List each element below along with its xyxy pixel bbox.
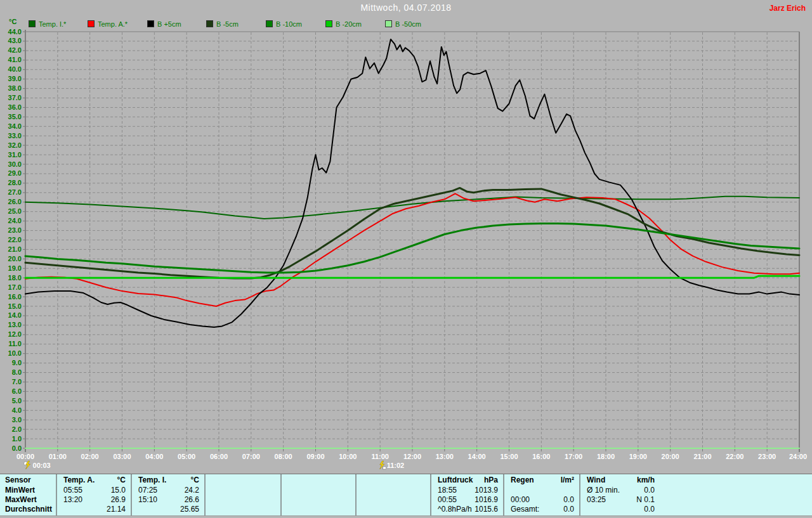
x-tick-label: 22:00 bbox=[721, 453, 749, 460]
table-value: 0.0 bbox=[563, 505, 574, 514]
legend-item-b--10cm: B -10cm bbox=[266, 20, 302, 28]
y-tick-label: 35.0 bbox=[1, 113, 22, 120]
table-value: 24.2 bbox=[185, 486, 199, 495]
y-tick-label: 0.0 bbox=[1, 445, 22, 452]
table-value: 21.14 bbox=[107, 505, 126, 514]
table-column-empty bbox=[355, 474, 430, 516]
y-tick-label: 23.0 bbox=[1, 227, 22, 234]
x-tick-label: 00:00 bbox=[11, 453, 39, 460]
y-tick-label: 37.0 bbox=[1, 94, 22, 101]
y-tick-label: 6.0 bbox=[1, 388, 22, 395]
table-column-empty bbox=[204, 474, 280, 516]
y-tick-label: 18.0 bbox=[1, 275, 22, 282]
chart-plot-area[interactable] bbox=[0, 0, 812, 518]
table-value: 15.0 bbox=[111, 486, 126, 495]
footer-strip bbox=[0, 515, 812, 518]
y-tick-label: 4.0 bbox=[1, 407, 22, 414]
legend-swatch bbox=[88, 20, 95, 27]
y-tick-label: 3.0 bbox=[1, 417, 22, 424]
table-label: 03:25 bbox=[587, 496, 606, 504]
table-label: Wind bbox=[587, 476, 605, 484]
table-label: Temp. I. bbox=[138, 476, 166, 484]
y-tick-label: 28.0 bbox=[1, 179, 22, 186]
x-tick-label: 17:00 bbox=[560, 453, 587, 460]
table-value: 0.0 bbox=[563, 496, 574, 504]
y-tick-label: 16.0 bbox=[1, 294, 22, 301]
y-tick-label: 31.0 bbox=[1, 152, 22, 159]
table-label: Luftdruck bbox=[438, 476, 473, 484]
y-tick-label: 44.0 bbox=[1, 29, 22, 36]
table-label: Regen bbox=[511, 476, 534, 484]
table-column-empty bbox=[280, 474, 355, 516]
y-tick-label: 10.0 bbox=[1, 350, 22, 357]
table-column-temp-i-: Temp. I.°C07:2524.215:1026.625.65 bbox=[131, 474, 204, 516]
y-tick-label: 27.0 bbox=[1, 189, 22, 196]
table-value: 0.0 bbox=[644, 505, 655, 514]
legend-swatch bbox=[325, 20, 332, 27]
y-tick-label: 29.0 bbox=[1, 170, 22, 177]
legend-label: B -5cm bbox=[216, 20, 239, 28]
table-value: 0.0 bbox=[644, 486, 655, 495]
y-tick-label: 13.0 bbox=[1, 321, 22, 328]
table-label: ^0.8hPa/h bbox=[438, 505, 472, 514]
legend-swatch bbox=[385, 20, 392, 27]
table-row-label: MaxWert bbox=[5, 496, 37, 504]
y-tick-label: 39.0 bbox=[1, 75, 22, 82]
event-marker-icon bbox=[24, 461, 30, 469]
x-tick-label: 06:00 bbox=[205, 453, 233, 460]
x-tick-label: 16:00 bbox=[527, 453, 555, 460]
legend-item-b--20cm: B -20cm bbox=[325, 20, 362, 28]
y-tick-label: 33.0 bbox=[1, 133, 22, 139]
table-value: N 0.1 bbox=[636, 496, 655, 504]
table-value: 26.6 bbox=[185, 496, 199, 504]
table-value: 25.65 bbox=[180, 505, 199, 514]
y-tick-label: 20.0 bbox=[1, 256, 22, 262]
y-tick-label: 2.0 bbox=[1, 426, 22, 433]
y-tick-label: 40.0 bbox=[1, 66, 22, 73]
x-tick-label: 03:00 bbox=[108, 453, 136, 460]
x-tick-label: 11:00 bbox=[366, 453, 394, 460]
y-tick-label: 30.0 bbox=[1, 161, 22, 168]
x-tick-label: 02:00 bbox=[76, 453, 104, 460]
table-row-label: MinWert bbox=[5, 486, 35, 495]
table-value: 1013.9 bbox=[475, 486, 498, 495]
y-tick-label: 38.0 bbox=[1, 85, 22, 92]
y-tick-label: 15.0 bbox=[1, 303, 22, 310]
x-tick-label: 19:00 bbox=[624, 453, 652, 460]
x-tick-label: 23:00 bbox=[753, 453, 781, 460]
legend-swatch bbox=[147, 20, 154, 27]
series-b--20cm bbox=[25, 276, 799, 278]
y-tick-label: 19.0 bbox=[1, 265, 22, 272]
x-tick-label: 05:00 bbox=[173, 453, 200, 460]
table-column-regen: Regenl/m²00:000.0Gesamt:0.0 bbox=[503, 474, 579, 516]
y-tick-label: 41.0 bbox=[1, 56, 22, 63]
table-label: 18:55 bbox=[438, 486, 457, 495]
table-value: km/h bbox=[637, 476, 655, 484]
y-tick-label: 17.0 bbox=[1, 284, 22, 291]
x-tick-label: 15:00 bbox=[495, 453, 523, 460]
event-marker-time: 11:02 bbox=[387, 462, 405, 469]
table-value: 26.9 bbox=[111, 496, 126, 504]
y-tick-label: 1.0 bbox=[1, 436, 22, 443]
x-tick-label: 13:00 bbox=[431, 453, 459, 460]
table-value: 1016.9 bbox=[475, 496, 498, 504]
x-tick-label: 09:00 bbox=[302, 453, 330, 460]
table-row-label: Durchschnitt bbox=[5, 505, 52, 514]
legend-item-temp-a-: Temp. A.* bbox=[88, 20, 128, 28]
legend-item-b--50cm: B -50cm bbox=[385, 20, 421, 28]
y-tick-label: 11.0 bbox=[1, 340, 22, 347]
legend-item-b-+5cm: B +5cm bbox=[147, 20, 181, 28]
y-tick-label: 32.0 bbox=[1, 142, 22, 149]
y-tick-label: 8.0 bbox=[1, 369, 22, 376]
table-value: 1015.6 bbox=[475, 505, 498, 514]
y-tick-label: 5.0 bbox=[1, 398, 22, 405]
table-label: 07:25 bbox=[138, 486, 157, 495]
table-label: 13:20 bbox=[63, 496, 82, 504]
table-label: 15:10 bbox=[138, 496, 157, 504]
y-tick-label: 26.0 bbox=[1, 198, 22, 205]
legend-label: B -10cm bbox=[276, 20, 302, 28]
y-tick-label: 22.0 bbox=[1, 236, 22, 243]
y-tick-label: 36.0 bbox=[1, 104, 22, 111]
x-tick-label: 12:00 bbox=[398, 453, 426, 460]
table-label: Ø 10 min. bbox=[587, 486, 620, 495]
